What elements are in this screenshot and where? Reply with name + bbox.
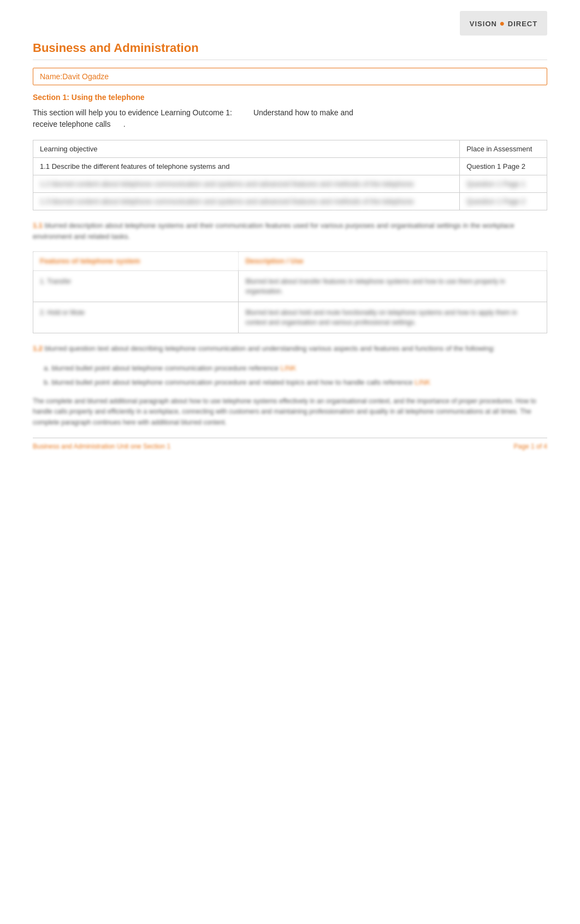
intro-left: This section will help you to evidence L… <box>33 108 232 117</box>
feature-2-name: 2. Hold or Mute <box>33 302 239 333</box>
footer-right: Page 1 of 4 <box>514 443 547 450</box>
intro-dot: . <box>123 120 126 128</box>
main-title: Business and Administration <box>33 41 547 60</box>
features-table: Features of telephone system Description… <box>33 251 547 333</box>
row3-right: Question 1 Page 2 <box>460 193 547 210</box>
feature-2-desc: Blurred text about hold and mute functio… <box>239 302 547 333</box>
row2-right: Question 1 Page 1 <box>460 175 547 193</box>
question2-block: 1.2 blurred question text about describi… <box>33 343 547 355</box>
table-row: 2. Hold or Mute Blurred text about hold … <box>33 302 547 333</box>
description-col-header: Description / Use <box>239 252 547 271</box>
bullet-list: a. blurred bullet point about telephone … <box>44 363 547 387</box>
list-item: b. blurred bullet point about telephone … <box>44 377 547 388</box>
learning-table: Learning objective Place in Assessment 1… <box>33 140 547 210</box>
logo: VISION ● DIRECT <box>460 11 547 36</box>
list-item: a. blurred bullet point about telephone … <box>44 363 547 374</box>
table-row: 1.1 Describe the different features of t… <box>33 158 547 175</box>
name-bar: Name:Davit Ogadze <box>33 68 547 85</box>
intro-text: This section will help you to evidence L… <box>33 107 547 130</box>
table-row: 1. Transfer Blurred text about transfer … <box>33 270 547 302</box>
table-row: 1.3 blurred content about telephone comm… <box>33 193 547 210</box>
intro-cont: receive telephone calls <box>33 120 110 128</box>
row2-left: 1.2 blurred content about telephone comm… <box>33 175 460 193</box>
row1-right: Question 1 Page 2 <box>460 158 547 175</box>
section-title: Section 1: Using the telephone <box>33 93 547 102</box>
logo-area: VISION ● DIRECT <box>33 11 547 36</box>
col-header-learning: Learning objective <box>33 140 460 158</box>
footer-left: Business and Administration Unit one Sec… <box>33 443 170 450</box>
name-label: Name:Davit Ogadze <box>40 72 109 81</box>
row3-left: 1.3 blurred content about telephone comm… <box>33 193 460 210</box>
features-col-header: Features of telephone system <box>33 252 239 271</box>
footer-bar: Business and Administration Unit one Sec… <box>33 438 547 450</box>
feature-1-name: 1. Transfer <box>33 270 239 302</box>
intro-right: Understand how to make and <box>253 108 353 117</box>
section-note: 1.1 blurred description about telephone … <box>33 220 547 242</box>
feature-1-desc: Blurred text about transfer features in … <box>239 270 547 302</box>
col-header-place: Place in Assessment <box>460 140 547 158</box>
row1-left: 1.1 Describe the different features of t… <box>33 158 460 175</box>
footer-paragraph: The complete and blurred additional para… <box>33 396 547 428</box>
table-row: 1.2 blurred content about telephone comm… <box>33 175 547 193</box>
